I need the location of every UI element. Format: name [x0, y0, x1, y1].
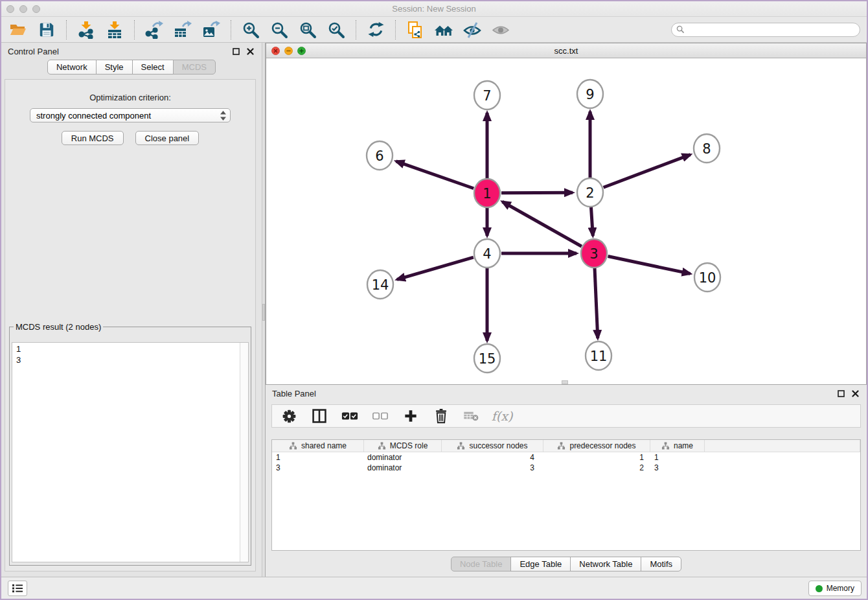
- graph-edge-2-3[interactable]: [591, 207, 593, 236]
- graph-node-label: 14: [372, 277, 389, 293]
- graph-node-2[interactable]: 2: [577, 178, 603, 207]
- close-panel-icon[interactable]: [247, 48, 254, 55]
- result-scrollbar[interactable]: [240, 343, 248, 562]
- open-folder-icon: [9, 21, 27, 39]
- table-cell[interactable]: 3: [272, 463, 364, 472]
- graph-node-7[interactable]: 7: [474, 81, 500, 110]
- search-input[interactable]: [685, 24, 860, 36]
- tab-style[interactable]: Style: [96, 60, 133, 75]
- control-panel-tabs: NetworkStyleSelectMCDS: [47, 60, 216, 75]
- table-cell[interactable]: 1: [543, 453, 650, 462]
- graph-edge-3-11[interactable]: [595, 268, 598, 338]
- select-all-icon: [341, 411, 358, 421]
- graph-node-9[interactable]: 9: [577, 80, 603, 108]
- tab-network-table[interactable]: Network Table: [570, 557, 641, 571]
- zoom-in-button[interactable]: [240, 19, 261, 40]
- table-cell[interactable]: dominator: [364, 463, 442, 472]
- graph-node-8[interactable]: 8: [694, 134, 720, 163]
- tab-mcds[interactable]: MCDS: [173, 60, 216, 75]
- control-panel-title: Control Panel: [8, 47, 59, 56]
- table-cell[interactable]: 1: [272, 453, 364, 462]
- graph-edge-3-1[interactable]: [503, 202, 582, 246]
- table-cell[interactable]: 2: [543, 463, 650, 472]
- graph-edge-1-6[interactable]: [396, 161, 474, 189]
- graph-edge-3-10[interactable]: [608, 257, 691, 274]
- tab-edge-table[interactable]: Edge Table: [510, 557, 571, 571]
- unselect-all-icon: [372, 412, 388, 420]
- graph-node-14[interactable]: 14: [367, 270, 393, 299]
- graph-node-label: 2: [586, 185, 594, 201]
- delete-columns-button[interactable]: [433, 408, 450, 424]
- window-titlebar: Session: New Session: [1, 1, 867, 17]
- graph-node-11[interactable]: 11: [586, 341, 611, 370]
- graph-node-6[interactable]: 6: [367, 141, 393, 170]
- optimization-criterion-label: Optimization criterion:: [5, 93, 255, 102]
- tab-node-table[interactable]: Node Table: [451, 557, 512, 571]
- show-columns-button[interactable]: [311, 408, 328, 424]
- zoom-selected-button[interactable]: [326, 19, 347, 40]
- column-header-shared-name[interactable]: shared name: [272, 440, 364, 452]
- graph-edge-1-2[interactable]: [501, 192, 573, 193]
- unselect-all-columns-button[interactable]: [372, 408, 389, 424]
- close-table-panel-icon[interactable]: [852, 390, 859, 397]
- close-panel-button[interactable]: Close panel: [135, 131, 200, 145]
- table-row[interactable]: 3dominator323: [272, 463, 860, 473]
- export-image-button[interactable]: [201, 19, 222, 40]
- criterion-select[interactable]: strongly connected component: [30, 108, 231, 122]
- memory-button[interactable]: Memory: [808, 581, 862, 596]
- create-column-button[interactable]: [402, 408, 419, 424]
- refresh-layout-button[interactable]: [365, 19, 386, 40]
- table-cell[interactable]: dominator: [364, 453, 442, 462]
- table-row[interactable]: 1dominator411: [272, 452, 860, 463]
- splitter-handle[interactable]: [262, 304, 265, 321]
- network-canvas[interactable]: 7968124314101511: [266, 58, 866, 384]
- table-cell[interactable]: 3: [650, 463, 705, 472]
- table-cell[interactable]: 1: [650, 453, 705, 462]
- graph-node-1[interactable]: 1: [474, 179, 500, 207]
- table-cell[interactable]: 4: [442, 453, 543, 462]
- zoom-in-icon: [242, 21, 260, 39]
- select-all-columns-button[interactable]: [341, 408, 358, 424]
- run-mcds-button[interactable]: Run MCDS: [62, 131, 124, 145]
- export-table-button[interactable]: [172, 19, 193, 40]
- tab-select[interactable]: Select: [132, 60, 174, 75]
- column-header-MCDS-role[interactable]: MCDS role: [364, 440, 442, 452]
- zoom-fit-button[interactable]: [297, 19, 318, 40]
- column-header-name[interactable]: name: [650, 440, 705, 452]
- horizontal-splitter-handle[interactable]: [562, 380, 568, 384]
- float-panel-icon[interactable]: [233, 48, 240, 55]
- float-table-panel-icon[interactable]: [838, 390, 845, 397]
- mcds-result-fieldset: MCDS result (2 nodes) 1 3: [9, 322, 251, 566]
- zoom-out-button[interactable]: [269, 19, 290, 40]
- toolbar-separator: [134, 20, 135, 40]
- attribute-tree-icon: [289, 442, 297, 450]
- graph-node-15[interactable]: 15: [474, 344, 500, 373]
- column-header-successor-nodes[interactable]: successor nodes: [442, 440, 543, 452]
- panel-list-button[interactable]: [8, 581, 27, 596]
- import-network-button[interactable]: [76, 19, 97, 40]
- graph-edge-4-14[interactable]: [397, 257, 474, 279]
- attribute-tree-icon: [378, 442, 386, 450]
- tab-network[interactable]: Network: [47, 60, 97, 75]
- table-cell[interactable]: 3: [442, 463, 543, 472]
- graph-node-3[interactable]: 3: [581, 239, 607, 268]
- graph-node-label: 11: [590, 349, 608, 364]
- table-settings-button[interactable]: [280, 408, 297, 424]
- search-field[interactable]: [671, 23, 860, 37]
- tab-motifs[interactable]: Motifs: [641, 557, 681, 571]
- import-network-icon: [77, 21, 95, 39]
- duplicate-network-button[interactable]: [405, 19, 426, 40]
- table-body: 1dominator4113dominator323: [272, 452, 860, 473]
- graph-edge-2-8[interactable]: [604, 155, 691, 188]
- open-session-button[interactable]: [8, 19, 29, 40]
- import-table-button[interactable]: [104, 19, 125, 40]
- home-networks-button[interactable]: [433, 19, 454, 40]
- hide-details-button[interactable]: [462, 19, 483, 40]
- graph-node-10[interactable]: 10: [694, 263, 720, 292]
- delete-table-icon: [463, 410, 480, 422]
- export-network-button[interactable]: [144, 19, 165, 40]
- save-session-button[interactable]: [36, 19, 57, 40]
- graph-node-4[interactable]: 4: [474, 239, 500, 268]
- column-header-predecessor-nodes[interactable]: predecessor nodes: [543, 440, 650, 452]
- show-details-button[interactable]: [490, 19, 511, 40]
